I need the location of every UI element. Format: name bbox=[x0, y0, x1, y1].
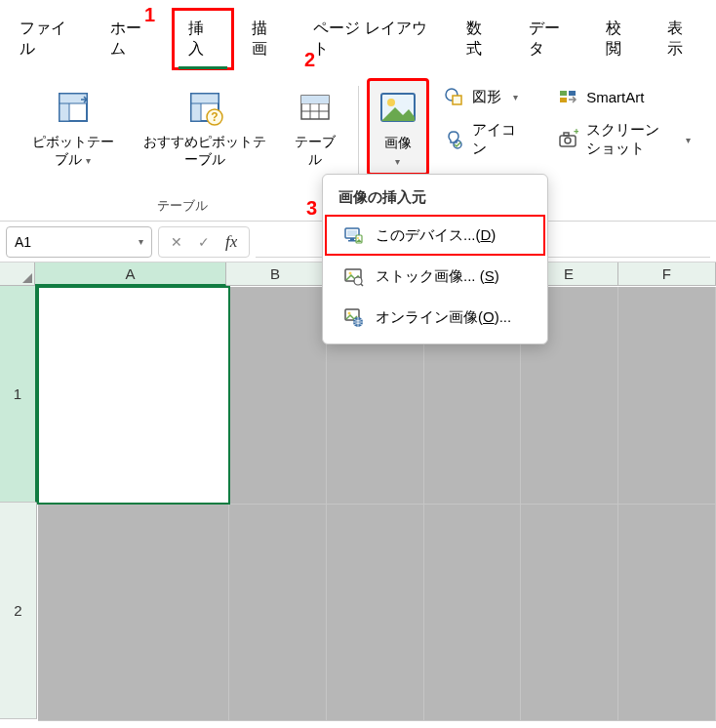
icons-label: アイコン bbox=[472, 121, 527, 158]
cell-A2[interactable] bbox=[38, 504, 229, 720]
ribbon-group-tables-label: テーブル bbox=[157, 193, 208, 221]
stock-images-icon bbox=[342, 265, 364, 287]
svg-point-31 bbox=[357, 237, 359, 239]
insert-online-images-label: オンライン画像(O)... bbox=[376, 308, 511, 327]
icons-icon bbox=[443, 129, 464, 150]
chevron-down-icon: ▾ bbox=[513, 92, 518, 102]
cell-B2[interactable] bbox=[229, 504, 327, 720]
annotation-2: 2 bbox=[304, 49, 315, 71]
formula-buttons: ✕ ✓ fx bbox=[158, 226, 250, 258]
recommended-pivot-button[interactable]: ? おすすめピボットテーブル bbox=[134, 78, 276, 174]
svg-rect-24 bbox=[564, 133, 569, 136]
screenshot-label: スクリーンショット bbox=[586, 121, 674, 158]
picture-button[interactable]: 画像▾ bbox=[367, 78, 429, 176]
table-label: テーブル bbox=[292, 133, 338, 168]
camera-icon: + bbox=[557, 129, 578, 150]
svg-point-15 bbox=[387, 99, 395, 106]
svg-rect-28 bbox=[350, 238, 354, 240]
menu-data[interactable]: データ bbox=[513, 9, 588, 69]
smartart-label: SmartArt bbox=[586, 89, 644, 105]
svg-rect-29 bbox=[348, 240, 356, 242]
menu-bar: ファイル ホーム 挿入 描画 ページ レイアウト 数式 データ 校閲 表示 bbox=[0, 0, 716, 70]
cell-F1[interactable] bbox=[618, 287, 716, 504]
dropdown-header: 画像の挿入元 bbox=[323, 181, 547, 215]
device-icon bbox=[342, 224, 364, 246]
recommended-pivot-icon: ? bbox=[185, 84, 224, 131]
insert-stock-images[interactable]: ストック画像... (S) bbox=[325, 256, 545, 297]
cell-C2[interactable] bbox=[327, 504, 424, 720]
row-header-2[interactable]: 2 bbox=[0, 503, 37, 719]
shapes-label: 図形 bbox=[472, 88, 501, 106]
insert-stock-images-label: ストック画像... (S) bbox=[376, 267, 499, 286]
svg-rect-19 bbox=[560, 91, 567, 96]
chevron-down-icon: ▾ bbox=[686, 135, 691, 145]
recommended-pivot-label: おすすめピボットテーブル bbox=[141, 133, 268, 168]
row-header-1[interactable]: 1 bbox=[0, 286, 37, 503]
picture-icon bbox=[378, 85, 418, 132]
cell-F2[interactable] bbox=[618, 504, 716, 720]
shapes-icon bbox=[443, 86, 464, 107]
cell-A1[interactable] bbox=[38, 287, 229, 504]
picture-insert-dropdown: 画像の挿入元 このデバイス...(D) ストック画像... (S) オンライン画… bbox=[322, 174, 548, 344]
column-header-B[interactable]: B bbox=[226, 263, 324, 286]
name-box[interactable]: A1 ▾ bbox=[6, 226, 152, 258]
name-box-value: A1 bbox=[15, 234, 31, 250]
menu-insert[interactable]: 挿入 bbox=[172, 8, 234, 70]
svg-point-34 bbox=[354, 277, 362, 285]
pivot-table-label: ピボットテーブル bbox=[32, 134, 114, 167]
cell-D2[interactable] bbox=[423, 504, 521, 720]
cells[interactable] bbox=[37, 286, 716, 721]
cell-E2[interactable] bbox=[521, 504, 618, 720]
table-button[interactable]: テーブル bbox=[284, 78, 346, 174]
svg-rect-20 bbox=[569, 91, 576, 96]
svg-rect-13 bbox=[301, 96, 329, 103]
row-headers: 1 2 bbox=[0, 286, 37, 721]
screenshot-button[interactable]: + スクリーンショット ▾ bbox=[551, 117, 696, 162]
menu-page-layout[interactable]: ページ レイアウト bbox=[298, 9, 449, 69]
column-header-A[interactable]: A bbox=[35, 263, 227, 286]
annotation-1: 1 bbox=[144, 4, 155, 26]
menu-view[interactable]: 表示 bbox=[652, 9, 712, 69]
smartart-button[interactable]: SmartArt bbox=[551, 82, 696, 111]
menu-home[interactable]: ホーム bbox=[95, 9, 170, 69]
insert-from-device[interactable]: このデバイス...(D) bbox=[325, 215, 545, 256]
svg-rect-5 bbox=[191, 94, 219, 103]
svg-line-35 bbox=[361, 284, 363, 286]
pivot-table-icon bbox=[54, 84, 93, 131]
picture-label: 画像 bbox=[384, 135, 412, 150]
chevron-down-icon: ▾ bbox=[86, 155, 91, 166]
svg-rect-27 bbox=[347, 230, 357, 236]
cell-B1[interactable] bbox=[229, 287, 327, 504]
svg-point-23 bbox=[565, 138, 571, 143]
confirm-button[interactable]: ✓ bbox=[190, 234, 218, 250]
insert-from-device-label: このデバイス...(D) bbox=[376, 226, 496, 245]
svg-text:?: ? bbox=[211, 110, 218, 124]
column-header-F[interactable]: F bbox=[618, 263, 716, 286]
menu-file[interactable]: ファイル bbox=[4, 9, 93, 69]
ribbon-group-tables: ピボットテーブル ▾ ? おすすめピボットテーブル テーブル テーブル bbox=[12, 78, 354, 221]
insert-online-images[interactable]: オンライン画像(O)... bbox=[325, 297, 545, 338]
shapes-button[interactable]: 図形 ▾ bbox=[437, 82, 533, 111]
smartart-icon bbox=[557, 86, 578, 107]
chevron-down-icon: ▾ bbox=[139, 236, 143, 247]
menu-draw[interactable]: 描画 bbox=[236, 9, 297, 69]
annotation-3: 3 bbox=[306, 197, 317, 220]
menu-formulas[interactable]: 数式 bbox=[451, 9, 511, 69]
svg-rect-2 bbox=[60, 94, 87, 103]
online-images-icon bbox=[342, 306, 364, 328]
select-all-corner[interactable] bbox=[0, 263, 35, 286]
chevron-down-icon: ▾ bbox=[395, 156, 400, 167]
icons-button[interactable]: アイコン bbox=[437, 117, 533, 162]
menu-review[interactable]: 校閲 bbox=[590, 9, 651, 69]
cancel-button[interactable]: ✕ bbox=[163, 234, 190, 250]
svg-rect-17 bbox=[453, 96, 461, 104]
svg-text:+: + bbox=[574, 129, 578, 137]
table-icon bbox=[296, 84, 335, 131]
fx-button[interactable]: fx bbox=[218, 232, 245, 252]
svg-rect-21 bbox=[560, 98, 567, 102]
pivot-table-button[interactable]: ピボットテーブル ▾ bbox=[20, 78, 126, 174]
